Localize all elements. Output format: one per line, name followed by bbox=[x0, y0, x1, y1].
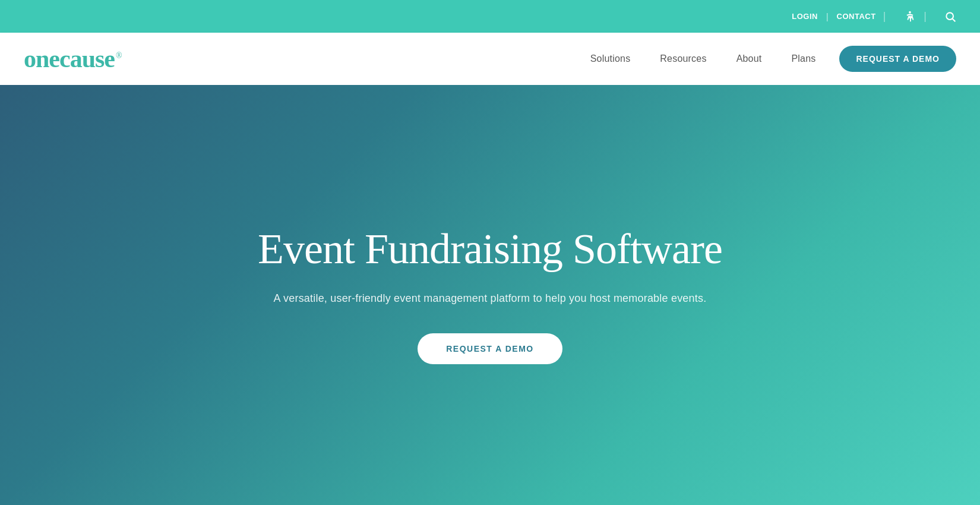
hero-request-demo-button[interactable]: REQUEST A DEMO bbox=[418, 333, 562, 364]
hero-title: Event Fundraising Software bbox=[258, 226, 722, 273]
nav-resources[interactable]: Resources bbox=[660, 53, 706, 64]
pipe-divider-2: | bbox=[924, 10, 927, 23]
hero-subtitle: A versatile, user-friendly event managem… bbox=[274, 292, 707, 305]
divider-1: | bbox=[826, 12, 829, 21]
navbar-request-demo-button[interactable]: REQUEST A DEMO bbox=[839, 46, 956, 72]
navbar: onecause® Solutions Resources About Plan… bbox=[0, 33, 980, 85]
svg-point-1 bbox=[946, 12, 953, 20]
top-bar: LOGIN | CONTACT | | bbox=[0, 0, 980, 33]
contact-link[interactable]: CONTACT bbox=[837, 12, 876, 21]
pipe-divider: | bbox=[883, 10, 886, 23]
hero-section: Event Fundraising Software A versatile, … bbox=[0, 85, 980, 505]
nav-solutions[interactable]: Solutions bbox=[590, 53, 631, 64]
nav-about[interactable]: About bbox=[736, 53, 762, 64]
svg-line-2 bbox=[953, 18, 956, 21]
site-logo[interactable]: onecause® bbox=[24, 45, 122, 73]
logo-container[interactable]: onecause® bbox=[24, 45, 122, 73]
accessibility-icon[interactable] bbox=[903, 10, 916, 23]
nav-links: Solutions Resources About Plans bbox=[590, 53, 816, 64]
login-link[interactable]: LOGIN bbox=[792, 12, 818, 21]
search-icon[interactable] bbox=[944, 11, 956, 23]
svg-point-0 bbox=[909, 11, 911, 13]
logo-registered: ® bbox=[116, 51, 122, 60]
nav-plans[interactable]: Plans bbox=[791, 53, 815, 64]
